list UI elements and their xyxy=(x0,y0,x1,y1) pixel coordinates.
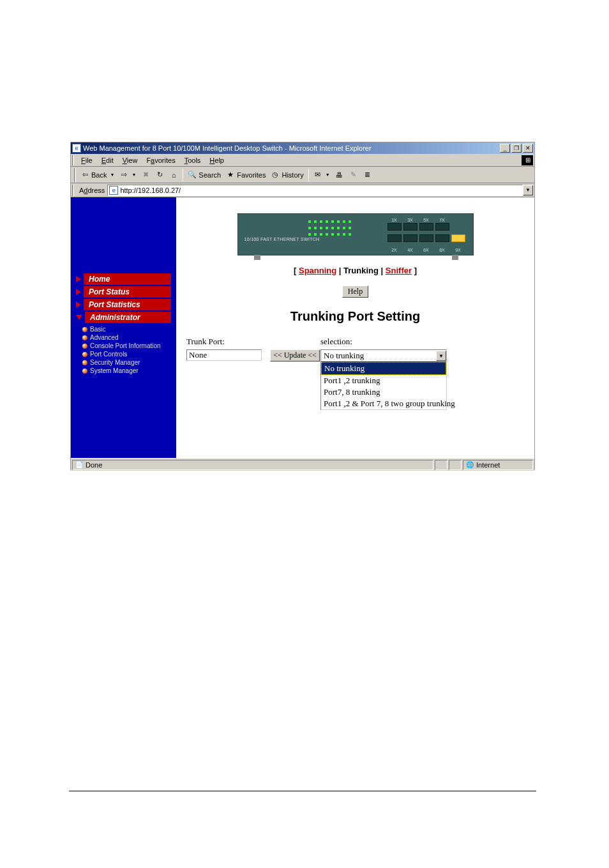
menu-edit[interactable]: Edit xyxy=(97,155,118,165)
port-9x-highlighted xyxy=(451,234,465,242)
address-bar: Address e ▼ xyxy=(71,183,534,197)
switch-image: 10/100 FAST ETHERNET SWITCH 1X 3X 5X 7X xyxy=(237,213,474,255)
menu-help[interactable]: Help xyxy=(205,155,229,165)
search-button[interactable]: 🔍Search xyxy=(185,169,223,181)
selection-label: selection: xyxy=(320,337,455,347)
trunking-form: Trunk Port: << Update << selection: No t… xyxy=(186,337,524,410)
address-dropdown-button[interactable]: ▼ xyxy=(523,185,533,195)
sidebar-subitem-basic[interactable]: Basic xyxy=(82,325,176,333)
sidebar-subitem-system-manager[interactable]: System Manager xyxy=(82,367,176,375)
history-icon: ◷ xyxy=(271,171,280,179)
bullet-icon xyxy=(82,360,87,365)
selection-option[interactable]: No trunking xyxy=(321,362,446,375)
sidebar: Home Port Status Port Statistics Adminis… xyxy=(71,197,176,458)
help-button[interactable]: Help xyxy=(342,286,368,298)
link-spanning[interactable]: Spanning xyxy=(299,266,336,275)
edit-icon: ✎ xyxy=(349,171,358,179)
mail-button[interactable]: ✉▼ xyxy=(311,169,333,181)
ie-logo-icon: ⊞ xyxy=(522,155,533,165)
trunk-port-label: Trunk Port: xyxy=(186,337,269,347)
sidebar-item-label: Home xyxy=(84,273,171,285)
menu-bar: File Edit View Favorites Tools Help ⊞ xyxy=(71,154,534,167)
back-icon: ⇦ xyxy=(80,171,89,179)
sidebar-item-label: Administrator xyxy=(85,312,171,323)
page-icon: e xyxy=(109,186,118,195)
favorites-button[interactable]: ★Favorites xyxy=(223,169,268,181)
sidebar-item-port-status[interactable]: Port Status xyxy=(71,286,176,298)
sidebar-subitem-console-port[interactable]: Console Port Information xyxy=(82,342,176,350)
selection-option[interactable]: Port1 ,2 trunking xyxy=(321,375,446,386)
print-icon: 🖶 xyxy=(335,171,344,179)
update-button[interactable]: << Update << xyxy=(270,349,320,362)
trunk-port-input[interactable] xyxy=(186,349,262,361)
search-icon: 🔍 xyxy=(188,171,197,179)
link-sniffer[interactable]: Sniffer xyxy=(386,266,412,275)
bullet-icon xyxy=(82,327,87,332)
sidebar-item-administrator[interactable]: Administrator xyxy=(71,311,176,324)
chevron-down-icon: ▼ xyxy=(110,172,114,177)
status-bar: 📄 Done 🌐 Internet xyxy=(71,458,534,471)
sidebar-item-label: Port Statistics xyxy=(84,299,171,310)
window-title: Web Management for 8 Port 10/100M Intell… xyxy=(83,144,500,152)
link-trunking-current: Trunking xyxy=(343,266,379,275)
sidebar-item-port-statistics[interactable]: Port Statistics xyxy=(71,298,176,311)
status-text: Done xyxy=(86,461,102,469)
arrow-icon xyxy=(76,301,81,308)
chevron-down-icon[interactable]: ▼ xyxy=(436,351,446,361)
discuss-button[interactable]: ≣ xyxy=(361,169,375,181)
selection-dropdown[interactable]: No trunking ▼ No trunking Port1 ,2 trunk… xyxy=(320,349,447,410)
chevron-down-icon: ▼ xyxy=(132,172,136,177)
sidebar-item-home[interactable]: Home xyxy=(71,273,176,286)
bullet-icon xyxy=(82,352,87,357)
sidebar-item-label: Port Status xyxy=(84,286,171,298)
maximize-button[interactable]: ❐ xyxy=(511,144,522,153)
bullet-icon xyxy=(82,344,87,349)
bullet-icon xyxy=(82,369,87,374)
address-input[interactable] xyxy=(120,187,521,194)
browser-window: e Web Management for 8 Port 10/100M Inte… xyxy=(70,142,535,470)
history-button[interactable]: ◷History xyxy=(268,169,306,181)
edit-button[interactable]: ✎ xyxy=(347,169,361,181)
menu-tools[interactable]: Tools xyxy=(180,155,206,165)
sidebar-subitem-security-manager[interactable]: Security Manager xyxy=(82,358,176,367)
forward-icon: ⇨ xyxy=(119,171,128,179)
discuss-icon: ≣ xyxy=(363,171,372,179)
refresh-icon: ↻ xyxy=(155,171,164,179)
arrow-down-icon xyxy=(76,315,82,320)
bullet-icon xyxy=(82,335,87,340)
chevron-down-icon: ▼ xyxy=(326,172,330,177)
address-label: Address xyxy=(77,187,107,194)
mail-icon: ✉ xyxy=(313,171,322,179)
content-area: Home Port Status Port Statistics Adminis… xyxy=(71,197,534,458)
internet-icon: 🌐 xyxy=(466,461,474,469)
title-bar: e Web Management for 8 Port 10/100M Inte… xyxy=(71,142,534,154)
sidebar-subitem-port-controls[interactable]: Port Controls xyxy=(82,350,176,358)
menu-view[interactable]: View xyxy=(118,155,142,165)
home-button[interactable]: ⌂ xyxy=(167,169,181,181)
selection-option[interactable]: Port7, 8 trunking xyxy=(321,386,446,398)
arrow-icon xyxy=(76,289,81,295)
tab-links: [ Spanning | Trunking | Sniffer ] xyxy=(176,266,534,275)
refresh-button[interactable]: ↻ xyxy=(153,169,167,181)
sidebar-sublist: Basic Advanced Console Port Information … xyxy=(82,325,176,375)
menu-file[interactable]: File xyxy=(77,155,97,165)
selection-option[interactable]: Port1 ,2 & Port 7, 8 two group trunking xyxy=(321,398,446,409)
stop-icon: ✖ xyxy=(141,171,150,179)
ie-icon: e xyxy=(72,144,81,153)
menu-favorites[interactable]: Favorites xyxy=(142,155,179,165)
toolbar: ⇦ Back ▼ ⇨ ▼ ✖ ↻ ⌂ 🔍Search ★Favorites ◷H… xyxy=(71,167,534,183)
zone-text: Internet xyxy=(476,461,500,469)
selection-options-list: No trunking Port1 ,2 trunking Port7, 8 t… xyxy=(321,362,446,409)
arrow-icon xyxy=(76,276,81,282)
close-button[interactable]: ✕ xyxy=(523,144,533,153)
favorites-icon: ★ xyxy=(226,171,235,179)
sidebar-subitem-advanced[interactable]: Advanced xyxy=(82,333,176,342)
stop-button[interactable]: ✖ xyxy=(139,169,153,181)
page-footer-rule xyxy=(69,791,536,791)
back-button[interactable]: ⇦ Back ▼ xyxy=(78,169,117,181)
forward-button[interactable]: ⇨ ▼ xyxy=(117,169,139,181)
done-icon: 📄 xyxy=(75,461,83,469)
minimize-button[interactable]: _ xyxy=(500,144,510,153)
print-button[interactable]: 🖶 xyxy=(333,169,347,181)
home-icon: ⌂ xyxy=(169,171,178,179)
